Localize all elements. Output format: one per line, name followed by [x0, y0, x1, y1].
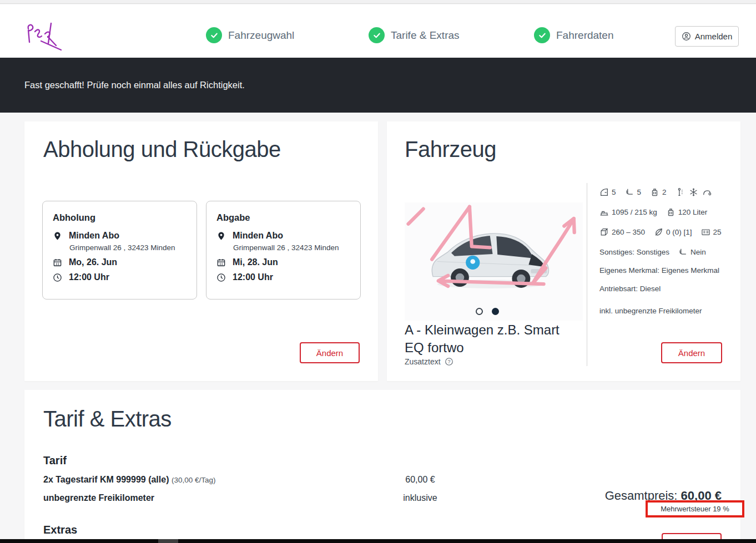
check-circle-icon [369, 27, 385, 43]
brand-logo[interactable] [24, 20, 65, 53]
tariff-line1-price: 60,00 € [392, 475, 448, 485]
step-label: Fahrerdaten [556, 29, 614, 42]
pickup-return-title: Abholung und Rückgabe [43, 137, 281, 162]
suitcase-icon [666, 207, 676, 217]
progress-step-driver[interactable]: Fahrerdaten [534, 27, 614, 43]
progress-step-tariff[interactable]: Tarife & Extras [369, 27, 460, 43]
dropoff-station: Minden Abo [233, 231, 283, 241]
notice-text: Fast geschafft! Prüfe noch einmal alles … [24, 80, 245, 90]
vehicle-subtext-row: Zusatztext ? [405, 357, 453, 366]
svg-text:?: ? [447, 359, 450, 364]
dropoff-time: 12:00 Uhr [233, 272, 273, 282]
tariff-line1-sub: (30,00 €/Tag) [172, 476, 216, 484]
bottom-edge-bar-segment [158, 539, 178, 543]
dropoff-date: Mi, 28. Jun [233, 257, 278, 267]
vehicle-image [405, 202, 583, 321]
check-circle-icon [534, 27, 550, 43]
seat-icon [678, 247, 688, 257]
trailer-hitch-icon [702, 187, 712, 197]
vertical-divider [587, 183, 587, 366]
login-label: Anmelden [695, 32, 733, 41]
carousel-dot-1[interactable] [476, 308, 483, 315]
progress-step-vehicle[interactable]: Fahrzeugwahl [206, 27, 294, 43]
calendar-icon [216, 258, 226, 267]
snowflake-icon [689, 187, 698, 197]
change-vehicle-button[interactable]: Ändern [661, 342, 722, 363]
vehicle-subtext: Zusatztext [405, 357, 441, 366]
pickup-box: Abholung Minden Abo Grimpenwall 26 , 324… [42, 201, 197, 300]
spec-row-drive: Antriebsart: Diesel [599, 285, 661, 293]
login-button[interactable]: Anmelden [675, 26, 739, 47]
leaf-icon [654, 227, 663, 237]
bottom-edge-bar [0, 539, 756, 543]
vehicle-title: Fahrzeug [405, 137, 496, 162]
check-circle-icon [206, 27, 222, 43]
tariff-title: Tarif & Extras [43, 407, 172, 432]
pickup-heading: Abholung [53, 212, 187, 223]
step-label: Fahrzeugwahl [228, 29, 294, 42]
image-carousel-dots [476, 308, 499, 315]
person-circle-icon [682, 32, 691, 41]
spec-row-volume: 260 – 350 0 (0) [1] 25 [599, 227, 722, 237]
question-circle-icon[interactable]: ? [445, 357, 453, 366]
tarif-heading: Tarif [43, 454, 67, 467]
dropoff-box: Abgabe Minden Abo Grimpenwall 26 , 32423… [206, 201, 361, 300]
id-card-icon [701, 227, 710, 237]
suitcase-icon [650, 187, 659, 197]
step-label: Tarife & Extras [391, 29, 460, 42]
vehicle-card: Fahrzeug [387, 121, 740, 381]
tariff-card: Tarif & Extras Tarif 2x Tagestarif KM 99… [24, 390, 740, 543]
location-pin-icon [216, 231, 226, 241]
pickup-address: Grimpenwall 26 , 32423 Minden [69, 243, 187, 252]
extras-heading: Extras [43, 524, 77, 536]
clock-icon [53, 273, 62, 282]
notice-banner: Fast geschafft! Prüfe noch einmal alles … [0, 58, 756, 113]
calendar-icon [53, 258, 62, 267]
pickup-date: Mo, 26. Jun [69, 257, 117, 267]
browser-top-strip [0, 0, 756, 4]
payload-icon [599, 207, 609, 217]
spec-row-misc: Sonstiges: Sonstiges Nein [599, 247, 706, 257]
seat-icon [625, 187, 634, 197]
spec-row-km: inkl. unbegrenzte Freikilometer [599, 307, 702, 315]
car-door-icon [599, 187, 609, 197]
header: Fahrzeugwahl Tarife & Extras Fahrerdaten… [0, 4, 756, 58]
cube-icon [599, 227, 609, 237]
vat-note: Mehrwertsteuer 19 % [661, 505, 729, 513]
vat-annotation-box: Mehrwertsteuer 19 % [646, 500, 744, 517]
dropoff-address: Grimpenwall 26 , 32423 Minden [233, 243, 350, 252]
spec-row-custom: Eigenes Merkmal: Eigenes Merkmal [599, 266, 719, 275]
pickup-return-card: Abholung und Rückgabe Abholung Minden Ab… [24, 121, 378, 381]
tariff-line1-label: 2x Tagestarif KM 999999 (alle) [43, 475, 169, 484]
spec-row-payload: 1095 / 215 kg 120 Liter [599, 207, 707, 217]
change-pickup-button[interactable]: Ändern [300, 342, 360, 363]
gearshift-icon [676, 187, 685, 197]
clock-icon [216, 273, 226, 282]
tariff-line1: 2x Tagestarif KM 999999 (alle) (30,00 €/… [43, 475, 216, 485]
pickup-time: 12:00 Uhr [69, 272, 109, 282]
pickup-station: Minden Abo [69, 231, 119, 241]
dropoff-heading: Abgabe [216, 212, 350, 223]
location-pin-icon [53, 231, 62, 241]
tariff-line2-label: unbegrenzte Freikilometer [43, 493, 154, 503]
carousel-dot-2[interactable] [492, 308, 499, 315]
vehicle-name: A - Kleinwagen z.B. Smart EQ fortwo [405, 321, 577, 357]
tariff-line2-price: inklusive [392, 493, 448, 503]
spec-row-features: 5 5 2 [599, 187, 712, 197]
